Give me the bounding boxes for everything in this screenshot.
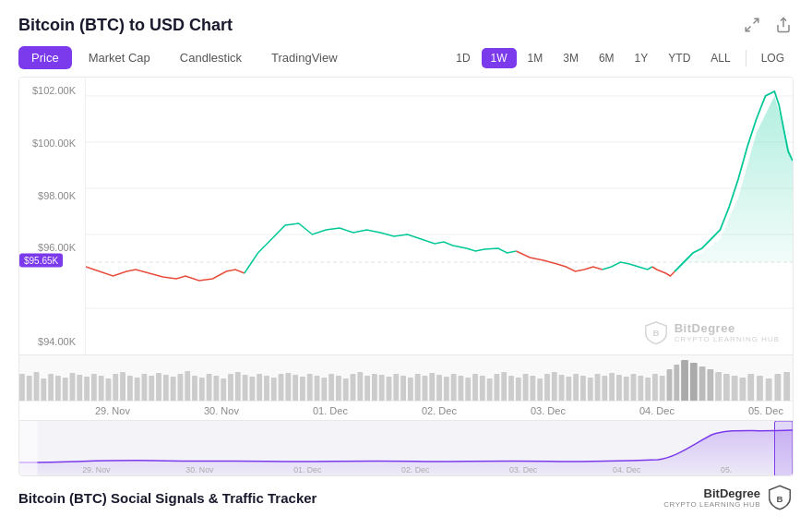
tab-1w[interactable]: 1W bbox=[482, 48, 517, 68]
svg-rect-111 bbox=[757, 376, 763, 401]
svg-rect-62 bbox=[393, 374, 399, 401]
svg-rect-113 bbox=[775, 374, 782, 401]
mini-chart[interactable]: 29. Nov 30. Nov 01. Dec 02. Dec 03. Dec … bbox=[19, 420, 793, 475]
svg-rect-46 bbox=[279, 374, 284, 401]
svg-rect-59 bbox=[372, 374, 377, 401]
svg-rect-75 bbox=[487, 378, 493, 401]
svg-rect-31 bbox=[171, 377, 176, 401]
svg-rect-69 bbox=[444, 377, 449, 401]
tab-1m[interactable]: 1M bbox=[519, 48, 553, 68]
y-axis: $102.00K $100.00K $98.00K $96.00K $94.00… bbox=[19, 78, 86, 354]
svg-rect-93 bbox=[616, 375, 622, 401]
chart-title: Bitcoin (BTC) to USD Chart bbox=[18, 16, 233, 35]
svg-rect-38 bbox=[221, 378, 226, 401]
tab-tradingview[interactable]: TradingView bbox=[258, 46, 351, 69]
svg-rect-22 bbox=[106, 378, 112, 401]
svg-rect-44 bbox=[264, 376, 269, 401]
volume-chart bbox=[19, 354, 793, 401]
bitdegree-badge: BitDegree CRYPTO LEARNING HUB bbox=[663, 486, 760, 509]
svg-rect-104 bbox=[699, 366, 706, 401]
svg-rect-43 bbox=[257, 374, 262, 401]
svg-rect-106 bbox=[715, 372, 722, 401]
svg-rect-74 bbox=[480, 376, 485, 401]
footer-section: Bitcoin (BTC) Social Signals & Traffic T… bbox=[18, 484, 794, 511]
svg-rect-47 bbox=[285, 373, 291, 401]
svg-rect-26 bbox=[135, 378, 140, 401]
svg-rect-73 bbox=[472, 374, 478, 401]
svg-text:02. Dec: 02. Dec bbox=[401, 465, 430, 474]
tab-candlestick[interactable]: Candlestick bbox=[167, 46, 255, 69]
svg-rect-84 bbox=[552, 372, 557, 401]
svg-rect-48 bbox=[293, 375, 298, 401]
svg-rect-36 bbox=[207, 374, 212, 401]
footer-logo: BitDegree CRYPTO LEARNING HUB B bbox=[663, 484, 794, 511]
svg-rect-72 bbox=[465, 378, 471, 401]
footer-logo-sub: CRYPTO LEARNING HUB bbox=[663, 500, 760, 509]
svg-rect-99 bbox=[660, 376, 665, 401]
tab-3m[interactable]: 3M bbox=[554, 48, 588, 68]
svg-rect-80 bbox=[523, 374, 529, 401]
right-tab-group: 1D 1W 1M 3M 6M 1Y YTD ALL LOG bbox=[447, 48, 794, 68]
svg-rect-66 bbox=[423, 376, 428, 401]
svg-rect-76 bbox=[494, 374, 499, 401]
svg-rect-65 bbox=[415, 374, 421, 401]
svg-rect-21 bbox=[99, 376, 104, 401]
svg-rect-83 bbox=[544, 374, 550, 401]
tab-log[interactable]: LOG bbox=[752, 48, 794, 68]
svg-line-0 bbox=[754, 18, 758, 23]
y-label-1: $102.00K bbox=[23, 85, 81, 96]
tab-all[interactable]: ALL bbox=[701, 48, 739, 68]
svg-rect-110 bbox=[747, 374, 754, 401]
svg-rect-86 bbox=[566, 377, 571, 401]
svg-rect-14 bbox=[48, 374, 54, 401]
svg-rect-11 bbox=[27, 376, 32, 401]
svg-rect-23 bbox=[113, 374, 118, 401]
main-chart: $102.00K $100.00K $98.00K $96.00K $94.00… bbox=[19, 78, 793, 354]
svg-rect-112 bbox=[766, 378, 772, 401]
svg-text:01. Dec: 01. Dec bbox=[293, 465, 322, 474]
svg-rect-70 bbox=[451, 374, 457, 401]
expand-icon[interactable] bbox=[742, 15, 762, 35]
svg-rect-27 bbox=[142, 374, 148, 401]
svg-rect-39 bbox=[228, 374, 233, 401]
svg-rect-53 bbox=[328, 374, 334, 401]
svg-rect-30 bbox=[163, 375, 169, 401]
svg-rect-105 bbox=[707, 369, 713, 401]
chart-svg-area: B BitDegree CRYPTO LEARNING HUB bbox=[86, 78, 793, 354]
svg-rect-77 bbox=[501, 372, 507, 401]
y-label-2: $100.00K bbox=[23, 138, 81, 149]
tab-6m[interactable]: 6M bbox=[590, 48, 624, 68]
svg-rect-42 bbox=[249, 377, 255, 401]
svg-rect-10 bbox=[19, 374, 25, 401]
svg-rect-28 bbox=[149, 376, 154, 401]
svg-text:05.: 05. bbox=[721, 465, 732, 474]
svg-rect-103 bbox=[690, 363, 698, 401]
svg-rect-81 bbox=[530, 376, 535, 401]
y-label-4: $96.00K bbox=[23, 242, 81, 253]
svg-rect-16 bbox=[63, 378, 68, 401]
svg-rect-88 bbox=[580, 376, 586, 401]
tab-price[interactable]: Price bbox=[18, 46, 72, 69]
share-icon[interactable] bbox=[773, 15, 794, 35]
x-label-1: 29. Nov bbox=[95, 405, 130, 416]
watermark-sub: CRYPTO LEARNING HUB bbox=[675, 335, 780, 343]
chart-container: $102.00K $100.00K $98.00K $96.00K $94.00… bbox=[18, 77, 794, 476]
x-label-3: 01. Dec bbox=[313, 405, 348, 416]
tab-market-cap[interactable]: Market Cap bbox=[76, 46, 163, 69]
svg-rect-56 bbox=[351, 374, 356, 401]
svg-rect-89 bbox=[588, 378, 593, 401]
tab-1y[interactable]: 1Y bbox=[626, 48, 658, 68]
left-tab-group: Price Market Cap Candlestick TradingView bbox=[18, 46, 351, 69]
svg-rect-68 bbox=[436, 375, 442, 401]
svg-rect-13 bbox=[41, 378, 46, 401]
tab-1d[interactable]: 1D bbox=[447, 48, 479, 68]
svg-text:29. Nov: 29. Nov bbox=[82, 465, 111, 474]
tab-ytd[interactable]: YTD bbox=[659, 48, 699, 68]
svg-rect-100 bbox=[667, 369, 673, 401]
tabs-separator bbox=[746, 50, 746, 66]
svg-rect-90 bbox=[595, 374, 601, 401]
svg-rect-79 bbox=[516, 378, 521, 401]
x-label-2: 30. Nov bbox=[204, 405, 239, 416]
svg-rect-116 bbox=[19, 421, 37, 475]
svg-rect-33 bbox=[185, 371, 190, 401]
